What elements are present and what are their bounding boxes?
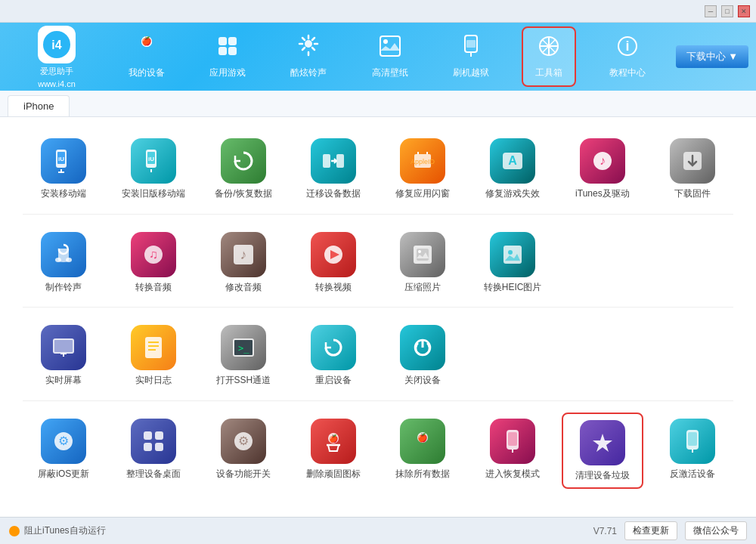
nav-icon-wallpapers (378, 34, 402, 63)
iphone-tab[interactable]: iPhone (8, 95, 70, 116)
tool-label-migrate-data: 迁移设备数据 (306, 188, 361, 200)
tool-deactivate[interactable]: 反激活设备 (651, 413, 733, 490)
svg-text:♪: ♪ (600, 154, 606, 167)
tool-compress-photos[interactable]: 压缩照片 (382, 226, 464, 300)
svg-text:iU: iU (58, 156, 64, 162)
svg-text:🍎: 🍎 (417, 432, 428, 443)
tools-row-1: 制作铃声♫转换音频♪修改音频转换视频压缩照片转换HEIC图片 (23, 226, 733, 300)
tool-label-backup-restore: 备份/恢复数据 (215, 188, 271, 200)
tool-convert-heic[interactable]: 转换HEIC图片 (472, 226, 554, 300)
tool-label-fix-apps: 修复应用闪窗 (395, 188, 450, 200)
svg-point-8 (305, 40, 312, 48)
tool-label-recovery-mode: 进入恢复模式 (485, 468, 540, 481)
svg-text:♪: ♪ (240, 247, 246, 262)
tool-erase-data[interactable]: 🍎抹除所有数据 (382, 413, 464, 490)
tool-label-erase-data: 抹除所有数据 (395, 468, 450, 481)
tool-icon-convert-audio: ♫ (131, 232, 176, 277)
svg-point-43 (66, 258, 72, 262)
tool-icon-live-screen (41, 325, 86, 370)
main-content: iU安装移动端iU安装旧版移动端备份/恢复数据迁移设备数据AppleID修复应用… (0, 117, 756, 517)
tool-icon-migrate-data (311, 138, 356, 184)
tool-shutdown[interactable]: 关闭设备 (382, 319, 464, 393)
logo-name: 爱思助手 (40, 66, 73, 77)
svg-rect-70 (144, 431, 152, 440)
minimize-button[interactable]: ─ (705, 5, 717, 17)
nav-icon-toolbox (537, 34, 561, 63)
tool-edit-audio[interactable]: ♪修改音频 (203, 226, 285, 300)
maximize-button[interactable]: □ (721, 5, 733, 17)
nav-label-tutorials: 教程中心 (609, 66, 646, 79)
tool-recovery-mode[interactable]: 进入恢复模式 (472, 413, 554, 490)
tool-label-delete-stubborn: 删除顽固图标 (306, 468, 361, 481)
svg-rect-12 (466, 40, 476, 48)
tool-organize-desktop[interactable]: 整理设备桌面 (113, 413, 195, 490)
svg-point-54 (508, 250, 513, 255)
tool-install-old[interactable]: iU安装旧版移动端 (113, 132, 195, 206)
tool-label-device-features: 设备功能开关 (216, 468, 271, 481)
tool-icon-install-app: iU (41, 138, 86, 184)
svg-rect-6 (218, 47, 227, 55)
nav-item-wallpapers[interactable]: 高清壁纸 (360, 28, 420, 85)
tool-label-install-old: 安装旧版移动端 (122, 188, 185, 200)
logo-url: www.i4.cn (38, 79, 76, 88)
svg-rect-51 (417, 249, 429, 261)
svg-point-52 (418, 250, 421, 253)
nav-label-my-device: 我的设备 (129, 66, 165, 79)
tool-convert-audio[interactable]: ♫转换音频 (113, 226, 195, 300)
tool-label-block-ios-update: 屏蔽iOS更新 (38, 468, 89, 481)
tool-label-make-ringtone: 制作铃声 (45, 282, 82, 294)
tool-label-convert-heic: 转换HEIC图片 (484, 282, 542, 294)
tool-label-deactivate: 反激活设备 (670, 468, 715, 481)
tool-convert-video[interactable]: 转换视频 (292, 226, 374, 300)
tool-icon-live-log (131, 325, 176, 370)
tool-restart-device[interactable]: 重启设备 (292, 319, 374, 393)
tool-live-screen[interactable]: 实时屏幕 (23, 319, 105, 393)
download-center-button[interactable]: 下载中心 ▼ (676, 45, 748, 68)
close-button[interactable]: ✕ (738, 5, 750, 17)
tool-icon-clean-junk (580, 420, 625, 465)
tool-icon-fix-apps: AppleID (400, 138, 445, 184)
tool-icon-convert-video (311, 232, 356, 277)
wechat-public-button[interactable]: 微信公众号 (685, 521, 747, 540)
check-update-button[interactable]: 检查更新 (624, 521, 677, 540)
svg-rect-86 (688, 432, 697, 446)
tool-device-features[interactable]: ⚙设备功能开关 (203, 413, 285, 490)
tool-live-log[interactable]: 实时日志 (113, 319, 195, 393)
status-left: 阻止iTunes自动运行 (9, 524, 106, 537)
svg-text:i: i (625, 39, 629, 54)
svg-rect-59 (145, 337, 162, 358)
nav-item-ringtones[interactable]: 酷炫铃声 (278, 28, 339, 85)
tool-block-ios-update[interactable]: ⚙屏蔽iOS更新 (23, 413, 105, 490)
tool-clean-junk[interactable]: 清理设备垃圾 (562, 413, 644, 490)
tool-label-organize-desktop: 整理设备桌面 (126, 468, 181, 481)
tool-backup-restore[interactable]: 备份/恢复数据 (203, 132, 285, 206)
nav-item-tutorials[interactable]: i教程中心 (597, 28, 658, 85)
tool-open-ssh[interactable]: >_打开SSH通道 (203, 319, 285, 393)
tool-icon-erase-data: 🍎 (400, 419, 445, 464)
svg-rect-53 (503, 246, 522, 264)
tool-fix-games[interactable]: A修复游戏失效 (472, 132, 554, 206)
tool-make-ringtone[interactable]: 制作铃声 (23, 226, 105, 300)
nav-item-apps-games[interactable]: 应用游戏 (197, 28, 258, 85)
svg-rect-71 (155, 431, 163, 440)
tool-icon-convert-heic (490, 232, 535, 277)
svg-text:🍎: 🍎 (329, 434, 339, 444)
row-separator-0 (23, 214, 733, 215)
nav-item-my-device[interactable]: 🍎我的设备 (116, 28, 177, 85)
tool-icon-make-ringtone (41, 232, 86, 277)
nav-icon-tutorials: i (615, 34, 640, 63)
svg-point-10 (383, 39, 388, 44)
tool-download-firmware[interactable]: 下载固件 (651, 132, 733, 206)
nav-items: 🍎我的设备应用游戏酷炫铃声高清壁纸刷机越狱工具箱i教程中心 (106, 26, 668, 87)
tool-label-shutdown: 关闭设备 (404, 375, 441, 387)
tool-icon-fix-games: A (490, 138, 535, 184)
nav-item-toolbox[interactable]: 工具箱 (522, 26, 576, 87)
tool-migrate-data[interactable]: 迁移设备数据 (292, 132, 374, 206)
row-separator-1 (23, 307, 733, 308)
tool-label-edit-audio: 修改音频 (225, 282, 262, 294)
nav-item-jailbreak[interactable]: 刷机越狱 (441, 28, 501, 85)
tool-delete-stubborn[interactable]: 🍎删除顽固图标 (292, 413, 374, 490)
tool-install-app[interactable]: iU安装移动端 (23, 132, 105, 206)
tool-itunes-driver[interactable]: ♪iTunes及驱动 (562, 132, 644, 206)
tool-fix-apps[interactable]: AppleID修复应用闪窗 (382, 132, 464, 206)
